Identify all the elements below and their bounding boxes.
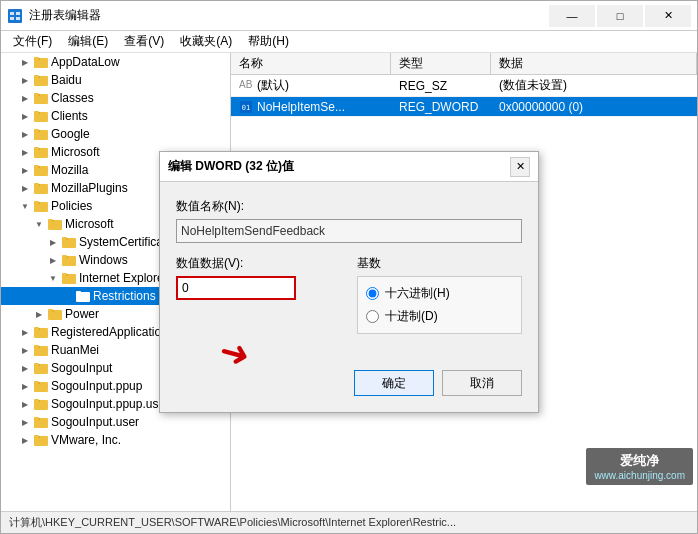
tree-arrow: ▶: [17, 360, 33, 376]
folder-icon: [33, 144, 49, 160]
dialog-title-bar: 编辑 DWORD (32 位)值 ✕: [160, 152, 538, 182]
tree-item-Google[interactable]: ▶ Google: [1, 125, 230, 143]
folder-icon: [33, 396, 49, 412]
col-header-name[interactable]: 名称: [231, 53, 391, 74]
tree-label: RuanMei: [51, 343, 99, 357]
tree-arrow: ▶: [45, 252, 61, 268]
edit-dword-dialog: 编辑 DWORD (32 位)值 ✕ 数值名称(N): 数值数据(V):: [159, 151, 539, 413]
svg-rect-2: [16, 12, 20, 15]
name-input[interactable]: [176, 219, 522, 243]
col-header-data[interactable]: 数据: [491, 53, 697, 74]
svg-rect-70: [34, 435, 39, 438]
col-header-type[interactable]: 类型: [391, 53, 491, 74]
tree-item-Clients[interactable]: ▶ Clients: [1, 107, 230, 125]
svg-rect-31: [34, 201, 39, 204]
radio-decimal-input[interactable]: [366, 310, 379, 323]
tree-label: Microsoft: [51, 145, 100, 159]
tree-label: Restrictions: [93, 289, 156, 303]
folder-icon: [33, 198, 49, 214]
list-cell-type: REG_SZ: [391, 75, 491, 96]
svg-text:01: 01: [242, 104, 250, 112]
radios-group: 十六进制(H) 十进制(D): [357, 276, 522, 334]
svg-rect-19: [34, 129, 39, 132]
list-row[interactable]: 01 NoHelpItemSe... REG_DWORD 0x00000000 …: [231, 97, 697, 117]
tree-arrow: ▶: [17, 126, 33, 142]
tree-label: SogouInput.ppup: [51, 379, 142, 393]
tree-arrow: ▶: [45, 234, 61, 250]
svg-rect-46: [76, 291, 81, 294]
watermark: 爱纯净 www.aichunjing.com: [586, 448, 693, 485]
dialog-footer: ➜ 确定 取消: [160, 362, 538, 412]
radio-hex-label: 十六进制(H): [385, 285, 450, 302]
base-col: 基数 十六进制(H) 十进制(D): [357, 255, 522, 334]
svg-rect-40: [62, 255, 67, 258]
tree-label: Windows: [79, 253, 128, 267]
tree-item-AppDataLow[interactable]: ▶ AppDataLow: [1, 53, 230, 71]
tree-arrow: ▶: [17, 414, 33, 430]
tree-item-VMwareInc[interactable]: ▶ VMware, Inc.: [1, 431, 230, 449]
folder-icon: [33, 90, 49, 106]
title-bar: 注册表编辑器 — □ ✕: [1, 1, 697, 31]
svg-rect-4: [16, 17, 20, 20]
menu-edit[interactable]: 编辑(E): [60, 31, 116, 52]
base-label: 基数: [357, 255, 522, 272]
tree-label: VMware, Inc.: [51, 433, 121, 447]
tree-label: Clients: [51, 109, 88, 123]
dialog-body: 数值名称(N): 数值数据(V): 基数: [160, 182, 538, 362]
list-cell-type: REG_DWORD: [391, 97, 491, 116]
tree-item-Baidu[interactable]: ▶ Baidu: [1, 71, 230, 89]
svg-rect-22: [34, 147, 39, 150]
folder-icon: [33, 72, 49, 88]
menu-view[interactable]: 查看(V): [116, 31, 172, 52]
tree-arrow: ▶: [17, 162, 33, 178]
tree-arrow: ▶: [17, 90, 33, 106]
dialog-title: 编辑 DWORD (32 位)值: [168, 158, 294, 175]
ok-button[interactable]: 确定: [354, 370, 434, 396]
folder-icon: [33, 180, 49, 196]
dialog-close-button[interactable]: ✕: [510, 157, 530, 177]
tree-arrow: ▼: [45, 270, 61, 286]
radio-hex[interactable]: 十六进制(H): [366, 285, 513, 302]
svg-rect-16: [34, 111, 39, 114]
close-button[interactable]: ✕: [645, 5, 691, 27]
tree-item-SogouInputuser[interactable]: ▶ SogouInput.user: [1, 413, 230, 431]
svg-rect-55: [34, 345, 39, 348]
menu-file[interactable]: 文件(F): [5, 31, 60, 52]
folder-icon: [33, 378, 49, 394]
radio-decimal[interactable]: 十进制(D): [366, 308, 513, 325]
tree-label: Classes: [51, 91, 94, 105]
tree-label: Policies: [51, 199, 92, 213]
data-input[interactable]: [176, 276, 296, 300]
svg-rect-1: [10, 12, 14, 15]
svg-rect-58: [34, 363, 39, 366]
tree-label: Mozilla: [51, 163, 88, 177]
tree-label: SogouInput: [51, 361, 112, 375]
list-cell-name: AB(默认): [231, 75, 391, 96]
tree-arrow: ▶: [17, 396, 33, 412]
list-row[interactable]: AB(默认) REG_SZ (数值未设置): [231, 75, 697, 97]
main-content: ▶ AppDataLow▶ Baidu▶ Classes▶ Clients▶ G…: [1, 53, 697, 511]
svg-rect-28: [34, 183, 39, 186]
svg-rect-52: [34, 327, 39, 330]
folder-icon: [33, 108, 49, 124]
svg-rect-25: [34, 165, 39, 168]
tree-label: Power: [65, 307, 99, 321]
folder-icon: [33, 324, 49, 340]
radio-hex-input[interactable]: [366, 287, 379, 300]
tree-label: SogouInput.user: [51, 415, 139, 429]
svg-rect-61: [34, 381, 39, 384]
cancel-button[interactable]: 取消: [442, 370, 522, 396]
menu-favorites[interactable]: 收藏夹(A): [172, 31, 240, 52]
window-controls: — □ ✕: [549, 5, 691, 27]
svg-rect-67: [34, 417, 39, 420]
maximize-button[interactable]: □: [597, 5, 643, 27]
data-base-row: 数值数据(V): 基数 十六进制(H): [176, 255, 522, 334]
tree-item-Classes[interactable]: ▶ Classes: [1, 89, 230, 107]
svg-rect-13: [34, 93, 39, 96]
folder-icon: [33, 414, 49, 430]
menu-help[interactable]: 帮助(H): [240, 31, 297, 52]
svg-rect-64: [34, 399, 39, 402]
tree-arrow: ▶: [17, 72, 33, 88]
folder-icon: [47, 216, 63, 232]
minimize-button[interactable]: —: [549, 5, 595, 27]
